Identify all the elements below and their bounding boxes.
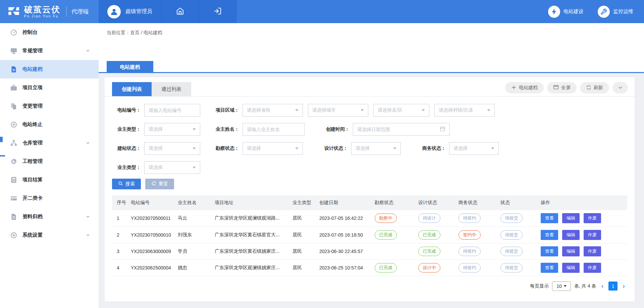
view-button[interactable]: 查看 [541,230,558,240]
station-no-input-field[interactable] [149,108,196,113]
gauge-pie-icon [10,158,17,165]
void-button[interactable]: 作废 [584,213,601,223]
fullscreen-icon [553,84,559,91]
sidebar-item-general-management[interactable]: 常规管理 [0,42,99,60]
status-pill: 已完成 [418,247,440,256]
select-caret-icon [295,147,299,149]
breadcrumb-path: 首页 / 电站建档 [130,30,162,35]
owner-name-input-field[interactable] [247,127,300,132]
build-status-select[interactable]: 请选择 [144,142,200,155]
nav-station-construction[interactable]: 电站建设 [548,0,584,23]
reset-button[interactable]: 重置 [145,179,174,189]
brand-subtitle: Po Jian Yun Fu [24,14,60,18]
breadcrumb-prefix: 当前位置： [107,30,130,35]
sidebar-item-change-management[interactable]: 变更管理 [0,97,99,115]
view-button[interactable]: 查看 [541,263,558,273]
toolbar: 电站建档 全屏 刷新 [505,82,628,96]
create-station-button[interactable]: 电站建档 [505,82,544,94]
app-header: 破茧云伏 Po Jian Yun Fu 代理端 超级管理员 电站建设 监控运维 [0,0,644,23]
nav-monitoring-ops[interactable]: 监控运维 [598,0,633,23]
col-owner-name: 业主姓名 [176,195,213,210]
select-caret-icon [193,147,196,149]
scroll-indicator [0,155,5,157]
sidebar-item-open-type2-card[interactable]: 开二类卡 [0,189,99,207]
date-range-input-field[interactable] [357,127,438,132]
void-button[interactable]: 作废 [584,263,601,273]
status-pill: 已完成 [375,230,397,240]
home-button[interactable] [161,0,199,23]
user-menu[interactable]: 超级管理员 [99,0,161,23]
status-pill: 待签约 [459,213,481,223]
field-label: 业主类型： [112,165,144,171]
page-number[interactable]: 1 [608,282,618,291]
refresh-button[interactable]: 刷新 [580,82,609,94]
tab-create-list[interactable]: 创建列表 [112,82,152,96]
owner-type2-select[interactable]: 请选择 [144,161,200,174]
divider [99,72,644,73]
col-station-code: 电站编号 [129,195,176,210]
monitor-icon [10,47,17,55]
edit-button[interactable]: 编辑 [562,263,580,273]
design-status-select[interactable]: 请选择 [351,142,401,155]
logout-icon [214,7,222,16]
view-button[interactable]: 查看 [541,213,558,223]
county-select[interactable]: 请选择县/区 [373,104,429,117]
sidebar-item-project-initiation[interactable]: 项目立项 [0,78,99,97]
sidebar-item-data-archive[interactable]: 资料归档 [0,207,99,226]
prev-page-button[interactable]: ‹ [599,283,605,290]
sidebar-item-warehouse-management[interactable]: 仓库管理 [0,134,99,152]
briefcase-icon [10,84,17,91]
owner-type-select[interactable]: 请选择 [144,123,200,136]
sidebar-item-label: 资料归档 [22,213,43,220]
status-pill: 待提交 [500,263,523,272]
tab-passed-list[interactable]: 通过列表 [152,82,191,96]
page-tab-station-archive[interactable]: 电站建档 [107,61,153,73]
portal-label: 代理端 [71,8,89,15]
button-label: 全屏 [561,85,571,91]
date-range-input[interactable] [353,123,450,136]
search-button[interactable]: 搜索 [112,179,141,189]
status-pill: 已完成 [418,230,440,240]
province-select[interactable]: 请选择省份 [243,104,303,117]
sidebar-item-station-termination[interactable]: 电站终止 [0,115,99,134]
view-button[interactable]: 查看 [541,246,558,256]
city-select[interactable]: 请选择城市 [308,104,368,117]
edit-button[interactable]: 编辑 [562,213,580,223]
owner-name-input[interactable] [243,123,305,136]
survey-status-select[interactable]: 请选择 [243,142,303,155]
status-pill: 设计中 [418,263,440,272]
select-caret-icon [361,109,364,111]
edit-button[interactable]: 编辑 [562,246,580,256]
next-page-button[interactable]: › [621,283,627,290]
sidebar-item-project-settlement[interactable]: 项目结算 [0,171,99,189]
logout-button[interactable] [199,0,236,23]
sidebar-item-station-archive[interactable]: 电站建档 [0,60,99,78]
per-page-select[interactable]: 10 [552,282,571,291]
button-label: 重置 [159,181,168,187]
select-caret-icon [422,109,425,111]
status-pill: 待签约 [459,247,481,256]
business-status-select[interactable]: 请选择 [449,142,499,155]
sidebar-item-system-settings[interactable]: 系统设置 [0,226,99,244]
fullscreen-button[interactable]: 全屏 [547,82,577,94]
data-table: 序号 电站编号 业主姓名 项目地址 业主类型 创建日期 勘察状态 设计状态 商务… [105,189,635,276]
collapse-toolbar-button[interactable] [612,82,628,94]
void-button[interactable]: 作废 [584,246,601,256]
station-no-input[interactable] [144,104,200,117]
table-row: 3 YX2023063000009 学员 广东深圳龙华区黄石镇姚家庄... 居民… [112,243,627,259]
sidebar-item-engineering-management[interactable]: 工程管理 [0,152,99,171]
breadcrumb: 当前位置：首页 / 电站建档 [107,30,162,36]
brand-title: 破茧云伏 [24,5,60,14]
void-button[interactable]: 作废 [584,230,601,240]
wrench-icon [598,6,610,18]
sidebar-item-console[interactable]: 控制台 [0,23,99,42]
sidebar-item-label: 电站终止 [22,121,43,128]
header-spacer [236,0,548,23]
status-pill: 签约中 [459,230,481,240]
edit-button[interactable]: 编辑 [562,230,580,240]
town-select[interactable]: 请选择村镇/街道 [434,104,495,117]
chevron-down-icon [85,140,91,147]
file-icon [10,213,17,221]
chevron-down-icon [85,214,91,221]
sidebar-item-label: 常规管理 [22,48,43,54]
